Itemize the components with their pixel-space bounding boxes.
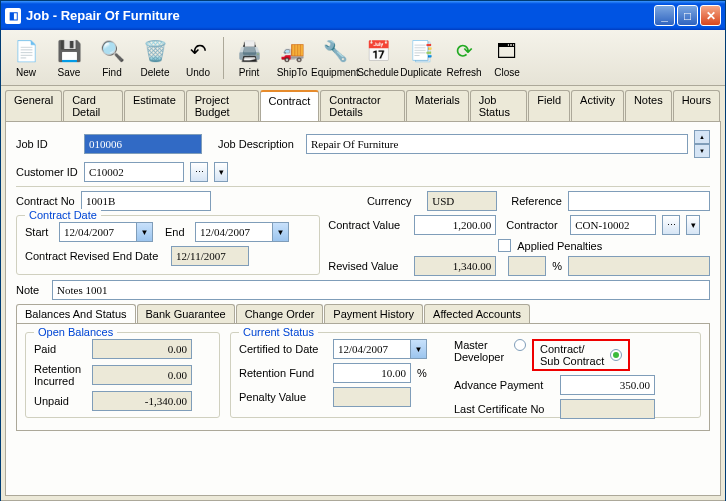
equipment-button[interactable]: 🔧Equipment xyxy=(314,33,356,83)
job-id-label: Job ID xyxy=(16,138,78,150)
minimize-button[interactable]: _ xyxy=(654,5,675,26)
print-icon: 🖨️ xyxy=(235,37,263,65)
last-cert-input xyxy=(560,399,655,419)
contract-value-input[interactable] xyxy=(414,215,496,235)
certified-date-input[interactable] xyxy=(333,339,411,359)
equipment-icon: 🔧 xyxy=(321,37,349,65)
tab-project-budget[interactable]: Project Budget xyxy=(186,90,259,121)
unpaid-label: Unpaid xyxy=(34,395,86,407)
highlight-box: Contract/ Sub Contract xyxy=(532,339,630,371)
end-label: End xyxy=(165,226,189,238)
contractor-input[interactable] xyxy=(570,215,656,235)
tab-job-status[interactable]: Job Status xyxy=(470,90,528,121)
contract-no-input[interactable] xyxy=(81,191,211,211)
refresh-button[interactable]: ⟳Refresh xyxy=(443,33,485,83)
customer-id-input[interactable] xyxy=(84,162,184,182)
open-balances-legend: Open Balances xyxy=(34,326,117,338)
desc-spin-up[interactable]: ▲ xyxy=(694,130,710,144)
tab-estimate[interactable]: Estimate xyxy=(124,90,185,121)
print-button[interactable]: 🖨️Print xyxy=(228,33,270,83)
subtab-bank-guarantee[interactable]: Bank Guarantee xyxy=(137,304,235,323)
start-date-picker[interactable]: ▼ xyxy=(137,222,153,242)
tab-hours[interactable]: Hours xyxy=(673,90,720,121)
undo-icon: ↶ xyxy=(184,37,212,65)
subtab-affected-accounts[interactable]: Affected Accounts xyxy=(424,304,530,323)
job-id-input[interactable] xyxy=(84,134,202,154)
reference-input[interactable] xyxy=(568,191,710,211)
certified-label: Certified to Date xyxy=(239,343,327,355)
contract-date-legend: Contract Date xyxy=(25,209,101,221)
main-tabs: General Card Detail Estimate Project Bud… xyxy=(1,86,725,121)
subtab-balances[interactable]: Balances And Status xyxy=(16,304,136,323)
duplicate-button[interactable]: 📑Duplicate xyxy=(400,33,442,83)
job-desc-input[interactable] xyxy=(306,134,688,154)
paid-input xyxy=(92,339,192,359)
tab-contract[interactable]: Contract xyxy=(260,90,320,121)
job-desc-label: Job Description xyxy=(218,138,300,150)
penalty-amount-input xyxy=(568,256,710,276)
close-window-button[interactable]: ✕ xyxy=(700,5,721,26)
app-icon: ◧ xyxy=(5,8,21,24)
tab-activity[interactable]: Activity xyxy=(571,90,624,121)
note-label: Note xyxy=(16,284,46,296)
note-input[interactable] xyxy=(52,280,710,300)
tab-body: Job ID Job Description ▲ ▼ Customer ID ⋯… xyxy=(5,121,721,496)
subtabs: Balances And Status Bank Guarantee Chang… xyxy=(16,304,710,323)
start-date-input[interactable] xyxy=(59,222,137,242)
pct-label: % xyxy=(552,260,562,272)
desc-spin-down[interactable]: ▼ xyxy=(694,144,710,158)
advance-payment-label: Advance Payment xyxy=(454,379,554,391)
currency-label: Currency xyxy=(367,195,421,207)
applied-penalties-checkbox[interactable] xyxy=(498,239,511,252)
subtab-payment-history[interactable]: Payment History xyxy=(324,304,423,323)
maximize-button[interactable]: □ xyxy=(677,5,698,26)
revised-end-label: Contract Revised End Date xyxy=(25,250,165,262)
currency-input xyxy=(427,191,497,211)
advance-payment-input[interactable] xyxy=(560,375,655,395)
master-dev-radio[interactable] xyxy=(514,339,526,351)
tab-notes[interactable]: Notes xyxy=(625,90,672,121)
subtab-change-order[interactable]: Change Order xyxy=(236,304,324,323)
penalty-value-input xyxy=(333,387,411,407)
revised-end-input xyxy=(171,246,249,266)
contract-value-label: Contract Value xyxy=(328,219,408,231)
certified-date-picker[interactable]: ▼ xyxy=(411,339,427,359)
find-button[interactable]: 🔍Find xyxy=(91,33,133,83)
contract-sub-label: Contract/ Sub Contract xyxy=(540,343,602,367)
new-icon: 📄 xyxy=(12,37,40,65)
tab-card-detail[interactable]: Card Detail xyxy=(63,90,123,121)
applied-penalties-label: Applied Penalties xyxy=(517,240,602,252)
contract-sub-radio[interactable] xyxy=(610,349,622,361)
current-status-legend: Current Status xyxy=(239,326,318,338)
tab-general[interactable]: General xyxy=(5,90,62,121)
customer-lookup-button[interactable]: ⋯ xyxy=(190,162,208,182)
new-button[interactable]: 📄New xyxy=(5,33,47,83)
titlebar: ◧ Job - Repair Of Furniture _ □ ✕ xyxy=(1,1,725,30)
reference-label: Reference xyxy=(511,195,562,207)
tab-contractor-details[interactable]: Contractor Details xyxy=(320,90,405,121)
undo-button[interactable]: ↶Undo xyxy=(177,33,219,83)
contractor-lookup-button[interactable]: ⋯ xyxy=(662,215,680,235)
schedule-icon: 📅 xyxy=(364,37,392,65)
end-date-input[interactable] xyxy=(195,222,273,242)
retention-fund-input[interactable] xyxy=(333,363,411,383)
tab-field[interactable]: Field xyxy=(528,90,570,121)
save-button[interactable]: 💾Save xyxy=(48,33,90,83)
penalty-value-label: Penalty Value xyxy=(239,391,327,403)
customer-dropdown[interactable]: ▾ xyxy=(214,162,228,182)
contract-no-label: Contract No xyxy=(16,195,75,207)
close-button[interactable]: 🗔Close xyxy=(486,33,528,83)
retention-label: Retention Incurred xyxy=(34,363,86,387)
schedule-button[interactable]: 📅Schedule xyxy=(357,33,399,83)
delete-icon: 🗑️ xyxy=(141,37,169,65)
delete-button[interactable]: 🗑️Delete xyxy=(134,33,176,83)
contractor-dropdown[interactable]: ▾ xyxy=(686,215,700,235)
tab-materials[interactable]: Materials xyxy=(406,90,469,121)
save-icon: 💾 xyxy=(55,37,83,65)
refresh-icon: ⟳ xyxy=(450,37,478,65)
end-date-picker[interactable]: ▼ xyxy=(273,222,289,242)
close-icon: 🗔 xyxy=(493,37,521,65)
shipto-button[interactable]: 🚚ShipTo xyxy=(271,33,313,83)
duplicate-icon: 📑 xyxy=(407,37,435,65)
penalty-pct-input xyxy=(508,256,546,276)
